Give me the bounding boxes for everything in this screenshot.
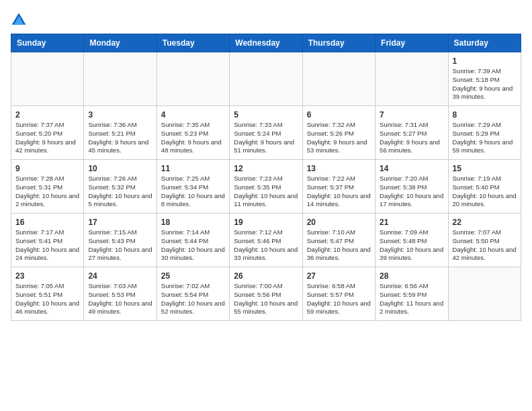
day-info: Sunrise: 7:37 AM Sunset: 5:20 PM Dayligh… <box>15 121 79 155</box>
day-number: 18 <box>161 218 225 227</box>
logo <box>11 11 30 27</box>
day-number: 13 <box>307 164 371 173</box>
calendar-cell: 12Sunrise: 7:23 AM Sunset: 5:35 PM Dayli… <box>230 160 302 214</box>
calendar-cell: 2Sunrise: 7:37 AM Sunset: 5:20 PM Daylig… <box>11 106 84 160</box>
calendar-cell: 19Sunrise: 7:12 AM Sunset: 5:46 PM Dayli… <box>230 214 302 267</box>
calendar-cell: 21Sunrise: 7:09 AM Sunset: 5:48 PM Dayli… <box>375 214 448 267</box>
calendar-cell <box>375 52 448 106</box>
day-info: Sunrise: 7:12 AM Sunset: 5:46 PM Dayligh… <box>234 228 298 263</box>
calendar-cell: 4Sunrise: 7:35 AM Sunset: 5:23 PM Daylig… <box>157 106 229 160</box>
day-info: Sunrise: 7:09 AM Sunset: 5:48 PM Dayligh… <box>380 228 443 263</box>
day-number: 19 <box>234 218 298 227</box>
day-number: 8 <box>453 110 517 120</box>
day-info: Sunrise: 6:56 AM Sunset: 5:59 PM Dayligh… <box>380 282 443 316</box>
calendar-cell: 5Sunrise: 7:33 AM Sunset: 5:24 PM Daylig… <box>230 106 302 160</box>
day-number: 17 <box>88 218 152 227</box>
calendar-table: SundayMondayTuesdayWednesdayThursdayFrid… <box>11 34 521 321</box>
calendar-cell <box>230 52 302 106</box>
day-info: Sunrise: 7:25 AM Sunset: 5:34 PM Dayligh… <box>161 175 225 209</box>
day-info: Sunrise: 7:00 AM Sunset: 5:56 PM Dayligh… <box>234 282 298 316</box>
day-info: Sunrise: 7:29 AM Sunset: 5:29 PM Dayligh… <box>453 121 517 155</box>
calendar-week-row: 2Sunrise: 7:37 AM Sunset: 5:20 PM Daylig… <box>11 106 521 160</box>
logo-icon <box>11 11 27 27</box>
day-number: 5 <box>234 110 298 120</box>
day-info: Sunrise: 7:35 AM Sunset: 5:23 PM Dayligh… <box>161 121 225 155</box>
day-info: Sunrise: 7:07 AM Sunset: 5:50 PM Dayligh… <box>453 228 517 263</box>
day-number: 14 <box>380 164 443 173</box>
day-number: 16 <box>15 218 79 227</box>
calendar-cell: 17Sunrise: 7:15 AM Sunset: 5:43 PM Dayli… <box>84 214 157 267</box>
day-number: 26 <box>234 271 298 281</box>
col-header-thursday: Thursday <box>302 34 375 52</box>
calendar-header-row: SundayMondayTuesdayWednesdayThursdayFrid… <box>11 34 521 52</box>
calendar-cell: 16Sunrise: 7:17 AM Sunset: 5:41 PM Dayli… <box>11 214 84 267</box>
day-info: Sunrise: 7:32 AM Sunset: 5:26 PM Dayligh… <box>307 121 371 155</box>
day-info: Sunrise: 7:17 AM Sunset: 5:41 PM Dayligh… <box>15 228 79 263</box>
calendar-cell: 24Sunrise: 7:03 AM Sunset: 5:53 PM Dayli… <box>84 267 157 321</box>
col-header-sunday: Sunday <box>11 34 84 52</box>
calendar-cell <box>302 52 375 106</box>
calendar-cell: 26Sunrise: 7:00 AM Sunset: 5:56 PM Dayli… <box>230 267 302 321</box>
calendar-cell: 3Sunrise: 7:36 AM Sunset: 5:21 PM Daylig… <box>84 106 157 160</box>
day-info: Sunrise: 7:15 AM Sunset: 5:43 PM Dayligh… <box>88 228 152 263</box>
day-number: 4 <box>161 110 225 120</box>
day-number: 25 <box>161 271 225 281</box>
day-info: Sunrise: 7:19 AM Sunset: 5:40 PM Dayligh… <box>453 175 517 209</box>
day-info: Sunrise: 7:22 AM Sunset: 5:37 PM Dayligh… <box>307 175 371 209</box>
day-number: 12 <box>234 164 298 173</box>
calendar-cell: 10Sunrise: 7:26 AM Sunset: 5:32 PM Dayli… <box>84 160 157 214</box>
col-header-monday: Monday <box>84 34 157 52</box>
day-info: Sunrise: 7:02 AM Sunset: 5:54 PM Dayligh… <box>161 282 225 316</box>
day-info: Sunrise: 7:36 AM Sunset: 5:21 PM Dayligh… <box>88 121 152 155</box>
day-info: Sunrise: 7:03 AM Sunset: 5:53 PM Dayligh… <box>88 282 152 316</box>
calendar-cell: 23Sunrise: 7:05 AM Sunset: 5:51 PM Dayli… <box>11 267 84 321</box>
day-number: 28 <box>380 271 443 281</box>
day-info: Sunrise: 6:58 AM Sunset: 5:57 PM Dayligh… <box>307 282 371 316</box>
calendar-week-row: 1Sunrise: 7:39 AM Sunset: 5:18 PM Daylig… <box>11 52 521 106</box>
calendar-cell: 15Sunrise: 7:19 AM Sunset: 5:40 PM Dayli… <box>448 160 521 214</box>
day-number: 21 <box>380 218 443 227</box>
calendar-cell: 28Sunrise: 6:56 AM Sunset: 5:59 PM Dayli… <box>375 267 448 321</box>
day-info: Sunrise: 7:05 AM Sunset: 5:51 PM Dayligh… <box>15 282 79 316</box>
calendar-cell: 14Sunrise: 7:20 AM Sunset: 5:38 PM Dayli… <box>375 160 448 214</box>
day-info: Sunrise: 7:33 AM Sunset: 5:24 PM Dayligh… <box>234 121 298 155</box>
day-number: 23 <box>15 271 79 281</box>
calendar-cell: 25Sunrise: 7:02 AM Sunset: 5:54 PM Dayli… <box>157 267 229 321</box>
day-info: Sunrise: 7:14 AM Sunset: 5:44 PM Dayligh… <box>161 228 225 263</box>
col-header-tuesday: Tuesday <box>157 34 229 52</box>
col-header-friday: Friday <box>375 34 448 52</box>
calendar-cell <box>84 52 157 106</box>
calendar-cell: 7Sunrise: 7:31 AM Sunset: 5:27 PM Daylig… <box>375 106 448 160</box>
calendar-cell: 22Sunrise: 7:07 AM Sunset: 5:50 PM Dayli… <box>448 214 521 267</box>
day-info: Sunrise: 7:31 AM Sunset: 5:27 PM Dayligh… <box>380 121 443 155</box>
calendar-cell <box>11 52 84 106</box>
calendar-week-row: 9Sunrise: 7:28 AM Sunset: 5:31 PM Daylig… <box>11 160 521 214</box>
day-info: Sunrise: 7:26 AM Sunset: 5:32 PM Dayligh… <box>88 175 152 209</box>
day-number: 10 <box>88 164 152 173</box>
day-number: 9 <box>15 164 79 173</box>
calendar-cell: 18Sunrise: 7:14 AM Sunset: 5:44 PM Dayli… <box>157 214 229 267</box>
day-number: 7 <box>380 110 443 120</box>
day-number: 22 <box>453 218 517 227</box>
calendar-cell <box>448 267 521 321</box>
calendar-cell: 13Sunrise: 7:22 AM Sunset: 5:37 PM Dayli… <box>302 160 375 214</box>
day-info: Sunrise: 7:20 AM Sunset: 5:38 PM Dayligh… <box>380 175 443 209</box>
calendar-cell: 8Sunrise: 7:29 AM Sunset: 5:29 PM Daylig… <box>448 106 521 160</box>
col-header-wednesday: Wednesday <box>230 34 302 52</box>
day-info: Sunrise: 7:23 AM Sunset: 5:35 PM Dayligh… <box>234 175 298 209</box>
calendar-cell: 20Sunrise: 7:10 AM Sunset: 5:47 PM Dayli… <box>302 214 375 267</box>
calendar-cell: 11Sunrise: 7:25 AM Sunset: 5:34 PM Dayli… <box>157 160 229 214</box>
day-number: 1 <box>453 56 517 66</box>
page-header <box>11 11 521 27</box>
calendar-week-row: 23Sunrise: 7:05 AM Sunset: 5:51 PM Dayli… <box>11 267 521 321</box>
calendar-week-row: 16Sunrise: 7:17 AM Sunset: 5:41 PM Dayli… <box>11 214 521 267</box>
day-number: 6 <box>307 110 371 120</box>
day-number: 15 <box>453 164 517 173</box>
day-info: Sunrise: 7:39 AM Sunset: 5:18 PM Dayligh… <box>453 67 517 101</box>
day-number: 3 <box>88 110 152 120</box>
day-info: Sunrise: 7:10 AM Sunset: 5:47 PM Dayligh… <box>307 228 371 263</box>
col-header-saturday: Saturday <box>448 34 521 52</box>
day-number: 11 <box>161 164 225 173</box>
calendar-cell <box>157 52 229 106</box>
day-number: 24 <box>88 271 152 281</box>
